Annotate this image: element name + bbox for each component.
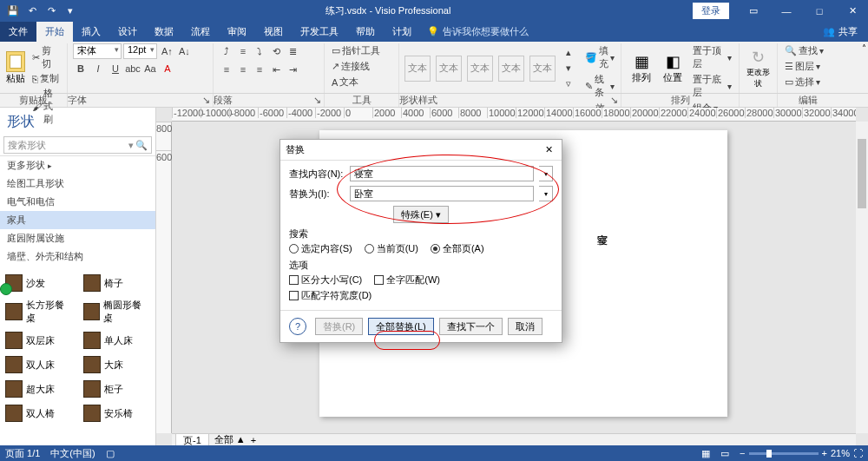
presentation-mode-icon[interactable]: ▦ [701,448,710,459]
find-next-button[interactable]: 查找下一个 [439,318,503,335]
gallery-down-icon[interactable]: ▾ [561,61,576,76]
italic-button[interactable]: I [90,61,106,76]
dialog-close-button[interactable]: ✕ [541,142,556,158]
collapse-ribbon-icon[interactable]: ˄ [862,43,866,53]
match-width-check[interactable]: 匹配字符宽度(D) [289,289,372,302]
zoom-out-button[interactable]: − [740,448,745,458]
tab-design[interactable]: 设计 [109,22,146,42]
scope-all-radio[interactable]: 全部页(A) [431,242,484,255]
gallery-more-icon[interactable]: ▿ [561,76,576,92]
shape-style-thumb[interactable]: 文本 [404,56,431,82]
change-shape-button[interactable]: ↻ 更改形状 [745,43,772,93]
scope-selection-radio[interactable]: 选定内容(S) [289,242,352,255]
select-button[interactable]: ▭选择 ▾ [783,75,825,89]
shape-style-gallery[interactable]: 文本 文本 文本 文本 文本 ▴ ▾ ▿ [404,43,576,93]
category-item[interactable]: 电气和电信 [0,193,155,211]
pointer-tool-button[interactable]: ▭指针工具 [330,43,382,58]
shape-stencil-item[interactable]: 沙发 [0,271,78,295]
bring-front-button[interactable]: 置于顶层 ▾ [691,43,733,71]
category-item[interactable]: 庭园附属设施 [0,229,155,247]
undo-icon[interactable]: ↶ [24,3,40,19]
category-item[interactable]: 绘图工具形状 [0,175,155,193]
shrink-font-button[interactable]: A↓ [176,43,192,59]
more-shapes-item[interactable]: 更多形状 [0,156,155,175]
para-launcher-icon[interactable]: ↘ [313,95,324,106]
zoom-slider[interactable] [749,452,819,455]
paste-button[interactable]: 粘贴 [5,43,27,93]
font-color-button[interactable]: A [160,61,175,76]
macro-record-icon[interactable]: ▢ [106,448,115,459]
fill-button[interactable]: 🪣填充 ▾ [583,43,616,71]
format-painter-button[interactable]: 🖌格式刷 [30,86,62,127]
tab-devtools[interactable]: 开发工具 [292,22,347,42]
text-case-button[interactable]: Aa [142,61,158,76]
vertical-scrollbar[interactable] [856,122,868,433]
shape-style-thumb[interactable]: 文本 [498,56,524,82]
minimize-icon[interactable]: — [771,0,802,22]
arrange-button[interactable]: ▦ 排列 [627,43,656,93]
search-dropdown-icon[interactable]: ▾ [128,140,134,151]
bold-button[interactable]: B [73,61,89,76]
shape-stencil-item[interactable]: 安乐椅 [78,401,156,425]
ribbon-display-icon[interactable]: ▭ [738,0,769,22]
shape-style-thumb[interactable]: 文本 [529,56,556,82]
whole-word-check[interactable]: 全字匹配(W) [374,273,440,286]
login-button[interactable]: 登录 [693,3,729,19]
align-bottom-button[interactable]: ⤵ [252,43,267,59]
connector-tool-button[interactable]: ↗连接线 [330,59,382,74]
tell-me-search[interactable]: 💡 告诉我你想要做什么 [420,22,536,42]
grow-font-button[interactable]: A↑ [159,43,174,59]
shape-stencil-item[interactable]: 双层床 [0,328,78,352]
replace-history-dropdown[interactable]: ▾ [539,186,553,201]
search-icon[interactable]: 🔍 [135,140,148,151]
tab-plan[interactable]: 计划 [384,22,420,42]
underline-button[interactable]: U [108,61,123,76]
indent-dec-button[interactable]: ⇤ [268,62,284,77]
qat-dropdown-icon[interactable]: ▾ [62,3,78,19]
layers-button[interactable]: ☰图层 ▾ [783,59,825,74]
tab-home[interactable]: 开始 [36,22,73,42]
shape-stencil-item[interactable]: 超大床 [0,377,78,401]
replace-all-button[interactable]: 全部替换(L) [368,318,433,335]
tab-view[interactable]: 视图 [255,22,292,42]
scope-current-radio[interactable]: 当前页(U) [365,242,418,255]
zoom-in-button[interactable]: + [822,448,827,458]
replace-button[interactable]: 替换(R) [315,318,363,335]
font-launcher-icon[interactable]: ↘ [202,95,213,106]
shape-stencil-item[interactable]: 柜子 [78,377,156,401]
special-chars-button[interactable]: 特殊(E) ▾ [393,206,449,223]
tab-process[interactable]: 流程 [182,22,219,42]
bullets-button[interactable]: ≣ [285,43,300,59]
font-size-select[interactable]: 12pt [123,43,157,59]
orientation-button[interactable]: ⟲ [268,43,284,59]
tab-insert[interactable]: 插入 [73,22,109,42]
text-tool-button[interactable]: A文本 [330,75,382,89]
shape-stencil-item[interactable]: 单人床 [78,328,156,352]
find-history-dropdown[interactable]: ▾ [539,166,553,181]
position-button[interactable]: ◧ 位置 [658,43,687,93]
shape-stencil-item[interactable]: 双人椅 [0,401,78,425]
font-family-select[interactable]: 宋体 [73,43,122,59]
match-case-check[interactable]: 区分大小写(C) [289,273,362,286]
send-back-button[interactable]: 置于底层 ▾ [691,72,733,100]
save-icon[interactable]: 💾 [5,3,21,19]
add-sheet-button[interactable]: + [251,435,256,445]
line-button[interactable]: ✎线条 ▾ [583,72,616,100]
cut-button[interactable]: ✂剪切 [30,43,62,71]
sheet-all-button[interactable]: 全部 ▲ [214,433,246,445]
redo-icon[interactable]: ↷ [43,3,59,19]
shape-stencil-item[interactable]: 椭圆形餐桌 [78,295,156,328]
share-button[interactable]: 👥 共享 [812,22,868,42]
shape-stencil-item[interactable]: 椅子 [78,271,156,295]
maximize-icon[interactable]: □ [804,0,835,22]
shape-stencil-item[interactable]: 双人床 [0,352,78,377]
align-middle-button[interactable]: ≡ [235,43,251,59]
shape-style-thumb[interactable]: 文本 [467,56,493,82]
sheet-tab-page1[interactable]: 页-1 [175,433,209,446]
align-left-button[interactable]: ≡ [219,62,234,77]
shape-stencil-item[interactable]: 长方形餐桌 [0,295,78,328]
tab-data[interactable]: 数据 [146,22,182,42]
dialog-help-button[interactable]: ? [289,318,306,335]
shape-stencil-item[interactable]: 大床 [78,352,156,377]
find-button[interactable]: 🔍查找 ▾ [783,43,825,58]
